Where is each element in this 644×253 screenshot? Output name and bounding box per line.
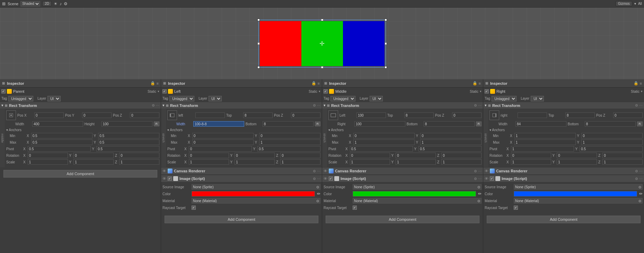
rot-y-right[interactable] — [557, 153, 597, 158]
rot-y-middle[interactable] — [396, 153, 436, 158]
rot-x-right[interactable] — [511, 153, 551, 158]
top-input-middle[interactable] — [404, 112, 434, 118]
lock-icon-right[interactable]: 🔒 — [634, 81, 638, 85]
canvas-renderer-more-left[interactable]: ⋯ — [317, 169, 320, 173]
eye-icon-canvas-middle[interactable]: 👁 — [324, 169, 327, 173]
rot-y-left[interactable] — [235, 153, 275, 158]
static-arrow-parent[interactable]: ▾ — [158, 90, 159, 93]
canvas-renderer-header-left[interactable]: 👁 Canvas Renderer ⚙ ⋯ — [161, 167, 322, 175]
max-x-middle[interactable] — [353, 139, 415, 145]
reset-btn-parent[interactable]: R — [154, 121, 160, 126]
scale-z-left[interactable] — [280, 159, 320, 165]
shaded-dropdown[interactable]: Shaded — [20, 1, 40, 7]
scale-x-left[interactable] — [189, 159, 229, 165]
image-more-middle[interactable]: ⋯ — [478, 177, 482, 181]
left-input-left[interactable] — [195, 112, 225, 118]
active-checkbox-parent[interactable] — [1, 89, 6, 93]
rot-z-left[interactable] — [280, 153, 320, 158]
posz-input-parent[interactable] — [130, 112, 159, 118]
color-pick-middle[interactable]: ✏ — [478, 191, 482, 196]
scale-x-middle[interactable] — [350, 159, 390, 165]
lock-icon-parent[interactable]: 🔒 — [150, 81, 155, 85]
pivot-y-left[interactable] — [257, 146, 320, 152]
lock-icon-middle[interactable]: 🔒 — [473, 81, 477, 85]
bottom-input-middle[interactable] — [424, 121, 475, 127]
width-input-parent[interactable] — [32, 121, 83, 127]
rot-z-right[interactable] — [602, 153, 643, 158]
top-input-right[interactable] — [565, 112, 595, 118]
rot-x-parent[interactable] — [28, 153, 68, 158]
canvas-renderer-options-middle[interactable]: ⚙ — [474, 169, 477, 173]
image-more-left[interactable]: ⋯ — [317, 177, 320, 181]
tag-select-middle[interactable]: Untagged — [330, 96, 355, 101]
source-image-val-right[interactable]: None (Sprite) ⊙ — [514, 184, 643, 190]
image-active-middle[interactable] — [329, 177, 333, 181]
rot-y-parent[interactable] — [73, 153, 114, 158]
posx-input-parent[interactable] — [34, 112, 64, 118]
scale-z-middle[interactable] — [441, 159, 482, 165]
eye-icon-canvas-right[interactable]: 👁 — [485, 169, 488, 173]
max-y-right[interactable] — [581, 139, 643, 145]
rect-options-parent[interactable]: ⚙ — [152, 103, 155, 107]
layer-select-right[interactable]: UI — [531, 96, 544, 101]
right-input-middle[interactable] — [354, 121, 405, 127]
pivot-x-parent[interactable] — [28, 146, 91, 152]
scale-y-left[interactable] — [235, 159, 275, 165]
rot-z-parent[interactable] — [119, 153, 159, 158]
rect-options-right[interactable]: ⚙ — [635, 103, 638, 107]
rect-transform-header-right[interactable]: ▾ ⊞ Rect Transform ⚙ ⋯ — [483, 102, 644, 109]
min-y-middle[interactable] — [420, 133, 482, 138]
static-arrow-left[interactable]: ▾ — [319, 90, 320, 93]
right-input-right[interactable] — [518, 112, 547, 118]
canvas-renderer-more-middle[interactable]: ⋯ — [478, 169, 482, 173]
rect-transform-header-left[interactable]: ▾ ⊞ Rect Transform ⚙ ⋯ — [161, 102, 322, 109]
min-x-middle[interactable] — [353, 133, 415, 138]
material-val-middle[interactable]: None (Material) ⊙ — [353, 198, 482, 204]
max-x-right[interactable] — [514, 139, 576, 145]
source-image-pick-right[interactable]: ⊙ — [638, 185, 641, 189]
min-y-parent[interactable] — [98, 133, 159, 138]
color-pick-left[interactable]: ✏ — [317, 191, 320, 196]
anchor-icon-middle[interactable] — [328, 110, 338, 120]
lock-icon-left[interactable]: 🔒 — [311, 81, 316, 85]
source-image-pick-middle[interactable]: ⊙ — [477, 185, 480, 189]
pivot-y-parent[interactable] — [96, 146, 159, 152]
layer-select-middle[interactable]: UI — [370, 96, 383, 101]
rot-x-left[interactable] — [189, 153, 229, 158]
active-checkbox-middle[interactable] — [324, 89, 328, 93]
pivot-x-right[interactable] — [511, 146, 574, 152]
width-input-left[interactable] — [193, 121, 244, 127]
reset-btn-middle[interactable]: R — [476, 121, 482, 126]
2d-button[interactable]: 2D — [42, 1, 52, 6]
scale-x-parent[interactable] — [28, 159, 68, 165]
width-input-right[interactable] — [515, 121, 566, 127]
source-image-val-left[interactable]: None (Sprite) ⊙ — [192, 184, 320, 190]
top-input-left[interactable] — [243, 112, 273, 118]
min-y-right[interactable] — [581, 133, 643, 138]
material-val-right[interactable]: None (Material) ⊙ — [514, 198, 643, 204]
image-options-right[interactable]: ⚙ — [635, 177, 638, 181]
canvas-renderer-more-right[interactable]: ⋯ — [639, 169, 643, 173]
eye-icon-image-right[interactable]: 👁 — [485, 177, 488, 181]
add-component-parent[interactable]: Add Component — [3, 170, 157, 178]
rect-options-left[interactable]: ⚙ — [313, 103, 316, 107]
gizmos-button[interactable]: Gizmos — [616, 1, 632, 6]
image-active-right[interactable] — [490, 177, 494, 181]
anchor-icon-left[interactable] — [167, 110, 177, 120]
image-active-left[interactable] — [168, 177, 172, 181]
color-swatch-right[interactable] — [514, 191, 637, 197]
scale-y-right[interactable] — [557, 159, 597, 165]
scale-y-parent[interactable] — [73, 159, 114, 165]
scale-z-right[interactable] — [602, 159, 643, 165]
max-y-left[interactable] — [259, 139, 320, 145]
green-box[interactable]: ✛ — [301, 21, 343, 66]
bottom-input-left[interactable] — [263, 121, 314, 127]
image-header-left[interactable]: 👁 Image (Script) ⚙ ⋯ — [161, 175, 322, 182]
tag-select-right[interactable]: Untagged — [492, 96, 517, 101]
scale-x-right[interactable] — [511, 159, 551, 165]
canvas-renderer-header-middle[interactable]: 👁 Canvas Renderer ⚙ ⋯ — [322, 167, 483, 175]
menu-icon-parent[interactable]: ≡ — [157, 81, 159, 85]
active-checkbox-left[interactable] — [162, 89, 167, 93]
rot-z-middle[interactable] — [441, 153, 482, 158]
max-x-parent[interactable] — [31, 139, 92, 145]
